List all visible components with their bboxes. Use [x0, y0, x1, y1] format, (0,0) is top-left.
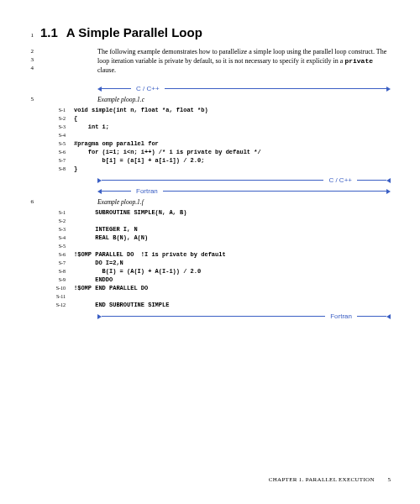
intro-paragraph: 2 3 4 The following example demonstrates…	[17, 48, 391, 75]
code-text: REAL B(N), A(N)	[74, 234, 148, 242]
page-footer: CHAPTER 1. PARALLEL EXECUTION 5	[269, 476, 391, 483]
code-line-number: S-5	[40, 242, 66, 250]
example-caption-row: 5 Example ploop.1.c	[17, 96, 391, 103]
line-number: 5	[17, 96, 34, 103]
code-text: B(I) = (A(I) + A(I-1)) / 2.0	[74, 267, 201, 276]
code-text: END SUBROUTINE SIMPLE	[74, 301, 169, 309]
code-text: {	[74, 114, 77, 123]
code-text: void simple(int n, float *a, float *b)	[74, 106, 208, 114]
code-line: S-2{	[40, 114, 391, 123]
code-line-number: S-7	[40, 156, 66, 165]
code-line: S-3 int i;	[40, 123, 391, 131]
code-line: S-8 B(I) = (A(I) + A(I-1)) / 2.0	[40, 267, 391, 276]
code-line-number: S-8	[40, 267, 66, 276]
line-number: 4	[17, 65, 34, 73]
line-number: 6	[17, 198, 34, 206]
language-separator-ccpp-close: C / C++	[97, 176, 391, 184]
code-line-number: S-5	[40, 139, 66, 148]
example-caption-row: 6 Example ploop.1.f	[17, 198, 391, 206]
code-line-number: S-2	[40, 114, 66, 123]
section-number: 1.1	[40, 25, 58, 39]
code-line: S-5	[40, 242, 391, 250]
code-line-number: S-2	[40, 217, 66, 225]
language-separator-fortran-close: Fortran	[97, 312, 391, 320]
language-label: Fortran	[325, 312, 357, 320]
code-text: for (i=1; i<n; i++) /* i is private by d…	[74, 148, 261, 156]
separator-line	[165, 88, 386, 89]
line-number-column: 2 3 4	[17, 48, 34, 75]
separator-line	[102, 180, 323, 181]
code-text: !$OMP END PARALLEL DO	[74, 284, 148, 292]
code-line-number: S-11	[40, 292, 66, 301]
code-line: S-7 b[i] = (a[i] + a[i-1]) / 2.0;	[40, 156, 391, 165]
language-label: C / C++	[323, 176, 357, 184]
code-listing-c: S-1void simple(int n, float *a, float *b…	[40, 106, 391, 173]
example-caption: Example ploop.1.f	[40, 198, 144, 206]
separator-line	[102, 316, 325, 317]
triangle-icon	[386, 178, 391, 183]
code-line: S-7 DO I=2,N	[40, 259, 391, 267]
code-text: b[i] = (a[i] + a[i-1]) / 2.0;	[74, 156, 204, 165]
line-number: 1	[17, 32, 34, 39]
footer-chapter: CHAPTER 1. PARALLEL EXECUTION	[269, 476, 375, 483]
code-line: S-6!$OMP PARALLEL DO !I is private by de…	[40, 250, 391, 259]
code-text: DO I=2,N	[74, 259, 123, 267]
text-run: clause.	[97, 66, 116, 74]
language-label: Fortran	[131, 187, 163, 195]
code-line: S-5#pragma omp parallel for	[40, 139, 391, 148]
code-line: S-1 SUBROUTINE SIMPLE(N, A, B)	[40, 208, 391, 217]
line-number: 3	[17, 56, 34, 65]
line-number: 2	[17, 48, 34, 56]
triangle-icon	[386, 314, 391, 319]
language-separator-ccpp-open: C / C++	[97, 85, 391, 92]
language-label: C / C++	[131, 85, 165, 92]
triangle-icon	[386, 87, 391, 92]
separator-line	[357, 316, 386, 317]
code-line-number: S-1	[40, 106, 66, 114]
code-line-number: S-6	[40, 250, 66, 259]
code-text: #pragma omp parallel for	[74, 139, 159, 148]
code-line-number: S-9	[40, 276, 66, 284]
code-line: S-3 INTEGER I, N	[40, 225, 391, 234]
text-run: The following example demonstrates how t…	[97, 48, 386, 65]
separator-line	[163, 191, 386, 192]
code-text: }	[74, 165, 77, 173]
code-line-number: S-6	[40, 148, 66, 156]
code-text: INTEGER I, N	[74, 225, 138, 234]
code-line-number: S-1	[40, 208, 66, 217]
code-line: S-4 REAL B(N), A(N)	[40, 234, 391, 242]
separator-line	[357, 180, 386, 181]
code-line: S-4	[40, 131, 391, 139]
triangle-icon	[386, 189, 391, 194]
code-text: SUBROUTINE SIMPLE(N, A, B)	[74, 208, 186, 217]
code-text: int i;	[74, 123, 109, 131]
code-line-number: S-8	[40, 165, 66, 173]
section-heading: 1 1.1 A Simple Parallel Loop	[17, 25, 391, 39]
code-text: ENDDO	[74, 276, 113, 284]
code-line: S-8}	[40, 165, 391, 173]
code-line: S-10!$OMP END PARALLEL DO	[40, 284, 391, 292]
code-text: !$OMP PARALLEL DO !I is private by defau…	[74, 250, 226, 259]
separator-line	[102, 88, 131, 89]
code-line-number: S-3	[40, 123, 66, 131]
code-line: S-2	[40, 217, 391, 225]
paragraph-text: The following example demonstrates how t…	[40, 48, 391, 75]
code-line-number: S-10	[40, 284, 66, 292]
code-line: S-9 ENDDO	[40, 276, 391, 284]
code-listing-fortran: S-1 SUBROUTINE SIMPLE(N, A, B)S-2S-3 INT…	[40, 208, 391, 309]
code-line-number: S-12	[40, 301, 66, 309]
language-separator-fortran-open: Fortran	[97, 187, 391, 195]
section-title: A Simple Parallel Loop	[66, 25, 202, 39]
example-caption: Example ploop.1.c	[40, 96, 144, 103]
code-line: S-12 END SUBROUTINE SIMPLE	[40, 301, 391, 309]
code-line: S-1void simple(int n, float *a, float *b…	[40, 106, 391, 114]
code-inline: private	[344, 57, 373, 65]
code-line-number: S-7	[40, 259, 66, 267]
code-line-number: S-4	[40, 234, 66, 242]
footer-page-number: 5	[388, 476, 391, 483]
code-line: S-11	[40, 292, 391, 301]
code-line-number: S-3	[40, 225, 66, 234]
code-line-number: S-4	[40, 131, 66, 139]
separator-line	[102, 191, 131, 192]
code-line: S-6 for (i=1; i<n; i++) /* i is private …	[40, 148, 391, 156]
